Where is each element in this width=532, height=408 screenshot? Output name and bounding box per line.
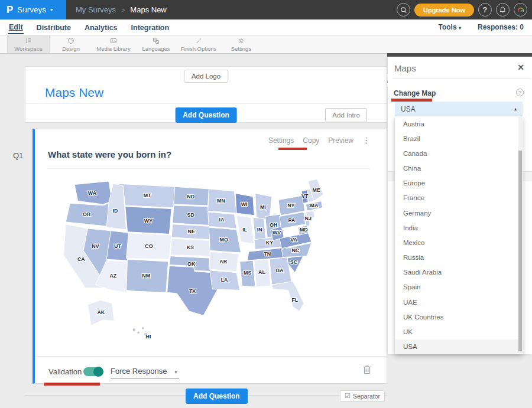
breadcrumb-my-surveys[interactable]: My Surveys bbox=[76, 5, 116, 14]
question-actions: Settings Copy Preview ⋮ bbox=[268, 136, 370, 145]
state-label-OH: OH bbox=[270, 222, 277, 228]
tab-integration[interactable]: Integration bbox=[131, 21, 170, 34]
svg-text:a: a bbox=[157, 41, 158, 44]
state-label-KS: KS bbox=[187, 244, 194, 250]
nav-tabs: EditDistributeAnalyticsIntegration bbox=[8, 19, 170, 35]
map-option-brazil[interactable]: Brazil bbox=[395, 131, 523, 146]
hawaii-island-dot[interactable] bbox=[138, 332, 140, 334]
separator-toggle-button[interactable]: ☑ Separator bbox=[340, 390, 385, 402]
toolbar-item-media-library[interactable]: Media Library bbox=[92, 35, 135, 53]
validation-label: Validation bbox=[48, 367, 82, 376]
state-label-ME: ME bbox=[313, 187, 320, 193]
dropdown-scrollbar[interactable] bbox=[518, 116, 522, 354]
selected-map-value: USA bbox=[401, 105, 514, 113]
toolbar-item-label: Workspace bbox=[14, 45, 42, 52]
state-FL[interactable] bbox=[272, 282, 304, 311]
hawaii-island-dot[interactable] bbox=[133, 329, 135, 331]
state-label-MO: MO bbox=[220, 237, 228, 243]
add-intro-button[interactable]: Add Intro bbox=[325, 108, 367, 122]
state-label-OK: OK bbox=[187, 261, 196, 267]
question-settings-link[interactable]: Settings bbox=[268, 136, 294, 145]
state-label-FL: FL bbox=[291, 297, 298, 303]
upgrade-now-button[interactable]: Upgrade Now bbox=[414, 4, 474, 17]
state-label-AK: AK bbox=[97, 309, 105, 315]
state-label-CA: CA bbox=[77, 256, 85, 262]
product-name: Surveys bbox=[17, 5, 46, 14]
annotation-underline-settings bbox=[278, 148, 307, 150]
panel-title: Maps bbox=[394, 63, 416, 73]
map-option-mexico[interactable]: Mexico bbox=[395, 235, 523, 250]
hawaii-island-dot[interactable] bbox=[142, 327, 144, 329]
add-question-button-top[interactable]: Add Question bbox=[175, 107, 237, 123]
help-circle-icon[interactable]: ? bbox=[516, 89, 524, 96]
question-preview-link[interactable]: Preview bbox=[328, 136, 353, 145]
product-switcher[interactable]: P Surveys ▾ bbox=[0, 0, 66, 19]
nav-right-group: Tools ▾ Responses: 0 bbox=[439, 19, 524, 35]
change-map-label: Change Map bbox=[394, 89, 436, 97]
map-option-china[interactable]: China bbox=[395, 161, 523, 176]
map-option-austria[interactable]: Austria bbox=[395, 116, 523, 131]
map-options-list: AustriaBrazilCanadaChinaEuropeFranceGerm… bbox=[395, 116, 523, 354]
validation-toggle[interactable] bbox=[83, 367, 103, 376]
toolbar-item-settings[interactable]: Settings bbox=[220, 35, 262, 53]
state-label-NV: NV bbox=[92, 243, 99, 249]
map-option-europe[interactable]: Europe bbox=[395, 176, 523, 191]
close-icon[interactable]: ✕ bbox=[517, 63, 524, 72]
map-option-uk-countries[interactable]: UK Countries bbox=[395, 309, 523, 324]
toolbar-item-design[interactable]: Design bbox=[50, 35, 92, 53]
help-icon[interactable]: ? bbox=[478, 3, 492, 17]
workspace-icon bbox=[24, 37, 33, 45]
map-option-saudi-arabia[interactable]: Saudi Arabia bbox=[395, 265, 523, 280]
toggle-knob bbox=[93, 367, 103, 377]
state-label-HI: HI bbox=[146, 334, 151, 340]
search-icon[interactable] bbox=[397, 3, 410, 17]
map-option-spain[interactable]: Spain bbox=[395, 280, 523, 295]
question-text[interactable]: What state were you born in? bbox=[48, 149, 171, 159]
state-label-PA: PA bbox=[288, 217, 295, 223]
tab-edit[interactable]: Edit bbox=[8, 21, 24, 34]
toolbar-item-languages[interactable]: AaLanguages bbox=[135, 35, 177, 53]
state-label-VA: VA bbox=[290, 237, 297, 243]
question-copy-link[interactable]: Copy bbox=[303, 136, 319, 145]
finish-options-icon bbox=[194, 37, 203, 45]
map-option-usa[interactable]: USA bbox=[395, 340, 523, 354]
change-map-select[interactable]: USA ▴ bbox=[395, 102, 523, 116]
force-response-dropdown[interactable]: Force Response▾ bbox=[111, 367, 179, 378]
add-logo-button[interactable]: Add Logo bbox=[184, 70, 228, 83]
map-option-canada[interactable]: Canada bbox=[395, 146, 523, 161]
map-option-uk[interactable]: UK bbox=[395, 324, 523, 339]
toolbar-item-finish-options[interactable]: Finish Options bbox=[177, 35, 220, 53]
tools-dropdown[interactable]: Tools ▾ bbox=[439, 23, 461, 31]
delete-question-trash-icon[interactable] bbox=[363, 364, 371, 377]
map-option-india[interactable]: India bbox=[395, 220, 523, 235]
account-gauge-icon[interactable] bbox=[514, 3, 527, 17]
survey-title[interactable]: Maps New bbox=[45, 86, 103, 100]
separator-label: Separator bbox=[353, 393, 380, 400]
media-library-icon bbox=[109, 37, 118, 45]
annotation-underline-change-map bbox=[391, 99, 432, 102]
toolbar-item-workspace[interactable]: Workspace bbox=[7, 35, 50, 53]
map-option-france[interactable]: France bbox=[395, 191, 523, 205]
map-option-russia[interactable]: Russia bbox=[395, 250, 523, 265]
state-label-GA: GA bbox=[275, 267, 284, 273]
state-label-VT: VT bbox=[301, 193, 309, 199]
question-more-menu-icon[interactable]: ⋮ bbox=[362, 136, 370, 145]
chevron-down-icon: ▾ bbox=[174, 370, 177, 375]
toolbar-item-label: Design bbox=[62, 45, 80, 52]
design-icon bbox=[67, 37, 75, 45]
usa-map: WAORCAIDNVUTAZMTWYCONMNDSDNEKSOKTXMNIAMO… bbox=[59, 173, 326, 350]
notifications-bell-icon[interactable] bbox=[496, 3, 510, 17]
state-label-NC: NC bbox=[291, 247, 299, 253]
state-label-MT: MT bbox=[144, 192, 151, 198]
tab-analytics[interactable]: Analytics bbox=[84, 21, 118, 34]
scrollbar-thumb[interactable] bbox=[518, 151, 522, 351]
map-option-germany[interactable]: Germany bbox=[395, 205, 523, 220]
add-question-button-bottom[interactable]: Add Question bbox=[186, 389, 248, 404]
map-option-uae[interactable]: UAE bbox=[395, 295, 523, 309]
question-card[interactable]: Settings Copy Preview ⋮ What state were … bbox=[33, 129, 387, 384]
state-label-MI: MI bbox=[260, 204, 266, 210]
questionpro-survey-editor: P Surveys ▾ My Surveys > Maps New Upgrad… bbox=[0, 0, 532, 408]
tab-distribute[interactable]: Distribute bbox=[36, 21, 72, 34]
header-actions: Upgrade Now ? bbox=[397, 0, 527, 19]
survey-header-card: Add Logo Maps New Add Question Add Intro bbox=[25, 66, 387, 123]
